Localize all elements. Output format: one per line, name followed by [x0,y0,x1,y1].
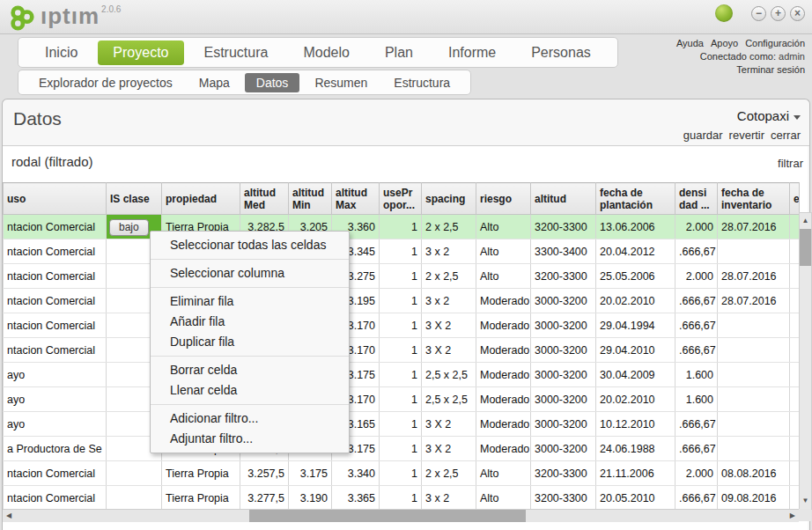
table-cell[interactable]: ntacion Comercial [4,338,107,363]
scroll-down-icon[interactable]: ▼ [800,495,811,507]
revertir-link[interactable]: revertir [729,129,764,142]
scroll-left-icon[interactable]: ◀ [6,510,11,522]
table-cell[interactable]: 3 x 2 [422,289,476,313]
table-cell[interactable]: 3 X 2 [422,437,476,461]
table-cell[interactable]: 1.600 [675,363,718,387]
configuraci-n-link[interactable]: Configuración [745,38,805,48]
table-cell[interactable]: 20.04.2012 [596,239,675,264]
maximize-button[interactable]: + [771,6,786,21]
table-cell[interactable]: 3000-3200 [531,412,596,437]
table-cell[interactable]: 1 [380,338,422,363]
table-cell[interactable]: 3 x 2 [422,486,476,511]
table-cell[interactable]: 29.04.1994 [596,313,675,338]
table-cell[interactable]: 13.06.2006 [596,215,675,239]
table-cell[interactable]: 2,5 x 2,5 [422,363,476,387]
table-cell[interactable]: ntacion Comercial [4,239,107,264]
column-header-spacing[interactable]: spacing [422,183,476,215]
table-cell[interactable]: a Productora de Se [4,437,107,461]
table-cell[interactable]: 1 [380,313,422,338]
column-header-usepr-opor[interactable]: usePr opor... [380,183,422,215]
table-cell[interactable]: .666,67 [675,338,718,363]
table-cell[interactable]: 3.277,5 [240,486,289,511]
table-cell[interactable]: 2,5 x 2,5 [422,387,476,412]
tab-modelo[interactable]: Modelo [288,40,364,65]
table-cell[interactable]: Alto [476,239,531,264]
table-cell[interactable] [718,239,790,264]
table-cell[interactable]: 28.07.2016 [718,215,790,239]
table-cell[interactable]: 3000-3200 [531,363,596,387]
table-cell[interactable]: .666,67 [675,412,718,437]
table-cell[interactable]: 3000-3200 [531,387,596,412]
ayuda-link[interactable]: Ayuda [676,38,704,48]
table-cell[interactable]: Alto [476,264,531,289]
table-cell[interactable]: Moderado [476,437,531,461]
guardar-link[interactable]: guardar [683,129,723,142]
column-header-e[interactable]: e [790,183,800,215]
minimize-button[interactable]: − [751,6,766,21]
logout-link[interactable]: Terminar sesión [736,64,805,75]
table-cell[interactable]: ntacion Comercial [4,289,107,313]
table-cell[interactable]: 3.257,5 [240,461,289,486]
menu-item-duplicar-fila[interactable]: Duplicar fila [151,332,349,352]
table-cell[interactable] [718,412,790,437]
subtab-datos[interactable]: Datos [245,73,300,92]
table-cell[interactable]: Tierra Propia [162,486,240,511]
table-cell[interactable]: 2.000 [675,264,718,289]
table-cell[interactable]: 1.600 [675,387,718,412]
table-cell[interactable]: 2.000 [675,215,718,239]
menu-item-seleccionar-columna[interactable]: Seleccionar columna [151,263,349,283]
table-cell[interactable]: Moderado [476,363,531,387]
table-cell[interactable] [718,363,790,387]
menu-item-adicionar-filtro[interactable]: Adicionar filtro... [151,409,349,429]
table-cell[interactable] [790,239,800,264]
apoyo-link[interactable]: Apoyo [711,38,738,48]
table-cell[interactable]: Moderado [476,387,531,412]
scroll-right-icon[interactable]: ▶ [790,510,795,522]
cerrar-link[interactable]: cerrar [771,129,801,142]
table-cell[interactable]: 1 [380,215,422,239]
table-cell[interactable] [718,437,790,461]
table-cell[interactable]: 30.04.2009 [596,363,675,387]
table-cell[interactable]: 3300-3400 [531,239,596,264]
table-cell[interactable]: 3.340 [332,461,380,486]
table-cell[interactable]: 20.02.2010 [596,289,675,313]
project-selector[interactable]: Cotopaxi [737,108,801,123]
table-cell[interactable]: ayo [4,412,107,437]
table-cell[interactable]: 3 X 2 [422,313,476,338]
table-cell[interactable]: ntacion Comercial [4,215,107,239]
table-cell[interactable]: 1 [380,461,422,486]
table-cell[interactable] [790,264,800,289]
table-cell[interactable] [718,313,790,338]
table-cell[interactable]: 1 [380,289,422,313]
table-cell[interactable]: 3200-3300 [531,264,596,289]
close-button[interactable]: × [790,6,805,21]
column-header-altitud-min[interactable]: altitud Min [289,183,332,215]
table-cell[interactable]: 3 x 2 [422,239,476,264]
column-header-densi-dad[interactable]: densi dad ... [675,183,718,215]
table-cell[interactable]: 2 x 2,5 [422,215,476,239]
table-cell[interactable]: 3000-3200 [531,289,596,313]
table-cell[interactable]: ntacion Comercial [4,486,107,511]
tab-informe[interactable]: Informe [433,40,511,65]
table-cell[interactable]: 3.190 [289,486,332,511]
menu-item-adjuntar-filtro[interactable]: Adjuntar filtro... [151,429,349,449]
horizontal-scrollbar[interactable]: ◀ ▶ [3,509,799,522]
table-cell[interactable]: ntacion Comercial [4,461,107,486]
table-cell[interactable]: 28.07.2016 [718,289,790,313]
table-cell[interactable]: Alto [476,461,531,486]
table-cell[interactable]: 1 [380,412,422,437]
table-cell[interactable]: 1 [380,387,422,412]
table-cell[interactable]: 28.07.2016 [718,264,790,289]
table-cell[interactable]: 1 [380,239,422,264]
table-cell[interactable] [790,461,800,486]
column-header-altitud-max[interactable]: altitud Max [332,183,380,215]
table-cell[interactable]: Moderado [476,412,531,437]
table-cell[interactable]: Alto [476,215,531,239]
column-header-is-clase[interactable]: IS clase [107,183,162,215]
menu-item-seleccionar-todas-las-celdas[interactable]: Seleccionar todas las celdas [151,235,349,255]
table-cell[interactable]: .666,67 [675,313,718,338]
table-cell[interactable]: .666,67 [675,289,718,313]
table-cell[interactable] [790,437,800,461]
table-cell[interactable]: 2 x 2,5 [422,264,476,289]
tab-estructura[interactable]: Estructura [189,40,284,65]
